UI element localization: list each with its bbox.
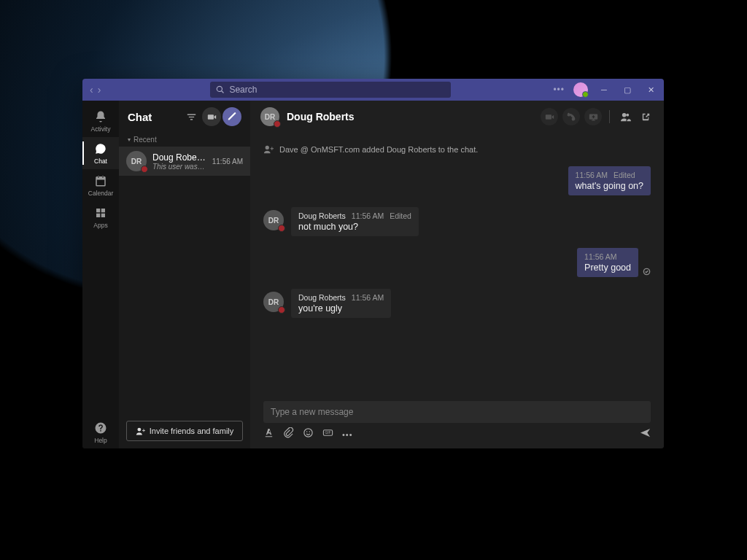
invite-button[interactable]: Invite friends and family — [126, 421, 243, 441]
search-icon — [216, 85, 225, 94]
avatar: DR — [263, 210, 284, 230]
avatar: DR — [260, 107, 279, 126]
section-recent[interactable]: Recent — [119, 133, 250, 147]
composer: Type a new message GIF ••• — [250, 395, 664, 448]
message-mine[interactable]: 11:56 AM Pretty good — [263, 248, 651, 277]
rail-help[interactable]: Help — [82, 416, 119, 448]
user-avatar[interactable] — [573, 82, 588, 97]
message-other[interactable]: DR Doug Roberts 11:56 AM Edited not much… — [263, 207, 651, 236]
app-window: ‹ › Search ••• ─ ▢ ✕ Activity Chat — [82, 79, 664, 448]
message-other[interactable]: DR Doug Roberts 11:56 AM you're ugly — [263, 289, 651, 318]
chat-item-time: 11:56 AM — [212, 158, 243, 166]
close-button[interactable]: ✕ — [643, 82, 658, 97]
person-add-icon — [263, 144, 274, 155]
attach-button[interactable] — [283, 427, 294, 441]
emoji-button[interactable] — [303, 427, 314, 441]
rail-chat[interactable]: Chat — [82, 137, 119, 169]
blocked-icon — [278, 306, 285, 314]
add-people-button[interactable] — [617, 109, 633, 125]
read-receipt-icon — [643, 268, 651, 277]
conversation-title: Doug Roberts — [287, 111, 533, 122]
chat-list-header: Chat — [119, 101, 250, 133]
more-icon[interactable]: ••• — [553, 85, 565, 95]
search-placeholder: Search — [229, 85, 257, 95]
rail-activity[interactable]: Activity — [82, 105, 119, 137]
chat-icon — [93, 141, 108, 156]
svg-point-2 — [306, 431, 308, 432]
gif-button[interactable]: GIF — [322, 427, 333, 441]
blocked-icon — [278, 225, 285, 232]
rail-apps[interactable]: Apps — [82, 201, 119, 233]
titlebar: ‹ › Search ••• ─ ▢ ✕ — [82, 79, 664, 101]
svg-point-1 — [304, 429, 312, 437]
filter-button[interactable] — [182, 107, 201, 126]
message-mine[interactable]: 11:56 AM Edited what's going on? — [263, 166, 651, 195]
bell-icon — [93, 109, 108, 124]
message-input[interactable]: Type a new message — [263, 401, 651, 423]
avatar: DR — [263, 292, 284, 312]
popout-button[interactable] — [638, 109, 654, 125]
nav-back-icon[interactable]: ‹ — [90, 84, 93, 96]
messages-area: Dave @ OnMSFT.com added Doug Roberts to … — [250, 133, 664, 395]
chat-list-item[interactable]: DR Doug Roberts This user was blocked 11… — [119, 147, 250, 176]
nav-rail: Activity Chat Calendar Apps Help — [82, 101, 119, 448]
svg-text:GIF: GIF — [325, 431, 331, 435]
chat-heading: Chat — [128, 111, 180, 123]
help-icon — [93, 421, 108, 435]
blocked-icon — [141, 166, 148, 173]
more-options-button[interactable]: ••• — [342, 430, 353, 439]
minimize-button[interactable]: ─ — [597, 82, 611, 97]
chat-item-name: Doug Roberts — [152, 152, 206, 163]
new-chat-button[interactable] — [222, 107, 241, 126]
calendar-icon — [93, 174, 108, 188]
maximize-button[interactable]: ▢ — [620, 82, 635, 97]
svg-point-3 — [309, 431, 311, 432]
search-input[interactable]: Search — [210, 82, 451, 98]
meet-now-button[interactable] — [202, 107, 221, 126]
avatar: DR — [126, 151, 147, 171]
video-call-button[interactable] — [541, 108, 558, 125]
audio-call-button[interactable] — [562, 108, 580, 125]
apps-icon — [93, 206, 108, 220]
rail-calendar[interactable]: Calendar — [82, 169, 119, 201]
blocked-icon — [274, 120, 281, 128]
nav-forward-icon[interactable]: › — [98, 84, 101, 96]
people-add-icon — [136, 427, 145, 436]
send-button[interactable] — [640, 427, 651, 441]
conversation-header: DR Doug Roberts — [250, 101, 664, 133]
chat-list-panel: Chat Recent DR Doug Roberts This user wa… — [119, 101, 250, 448]
system-message: Dave @ OnMSFT.com added Doug Roberts to … — [263, 140, 651, 166]
format-button[interactable] — [263, 427, 274, 441]
screenshare-button[interactable] — [584, 108, 602, 125]
chat-item-subtitle: This user was blocked — [152, 163, 206, 171]
conversation-panel: DR Doug Roberts Dave @ OnMSFT.com added … — [250, 101, 664, 448]
